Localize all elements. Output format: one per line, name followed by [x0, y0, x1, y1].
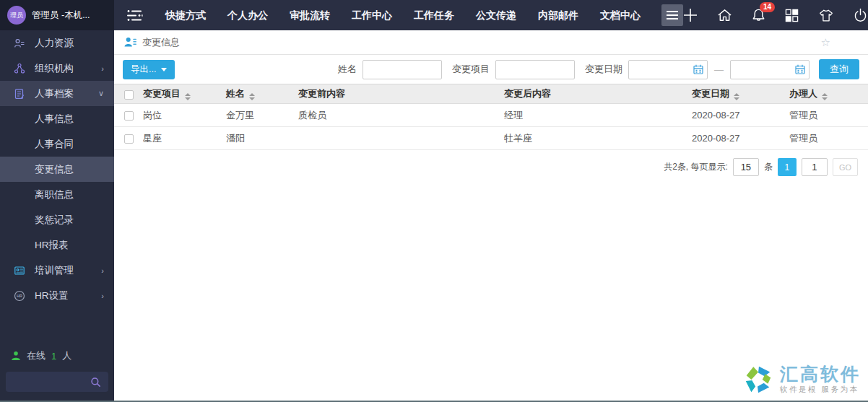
date-filter-label: 变更日期 — [585, 63, 622, 76]
toolbar: 导出... 姓名 变更项目 变更日期 — [114, 55, 868, 84]
sidebar-item-label: HR设置 — [35, 289, 69, 302]
sidebar-item-label: 离职信息 — [35, 188, 74, 201]
online-label: 在线 — [27, 349, 45, 362]
nav-item-doccenter[interactable]: 文档中心 — [589, 0, 651, 30]
date-from-wrapper — [628, 60, 708, 79]
sidebar-item-label: 奖惩记录 — [35, 214, 74, 227]
filter-bar: 姓名 变更项目 变更日期 — — [334, 59, 859, 79]
sidebar-item-resignation-info[interactable]: 离职信息 — [0, 182, 114, 207]
sidebar-search-input[interactable] — [6, 372, 108, 392]
power-icon[interactable] — [854, 8, 867, 22]
page-size-input[interactable] — [733, 158, 759, 176]
sidebar-item-label: 变更信息 — [35, 163, 74, 176]
online-unit: 人 — [62, 349, 71, 362]
sort-icon[interactable] — [822, 93, 828, 100]
online-status: 在线 1 人 — [0, 346, 114, 366]
collapse-menu-icon[interactable] — [127, 9, 143, 22]
pagination-summary: 共2条, 每页显示: — [664, 161, 728, 173]
sidebar-item-hr-settings[interactable]: HR HR设置 › — [0, 283, 114, 308]
calendar-icon[interactable] — [693, 64, 703, 74]
pagination: 共2条, 每页显示: 条 1 GO — [114, 150, 868, 184]
sidebar-item-label: 培训管理 — [35, 264, 74, 277]
page-user-icon — [124, 37, 136, 48]
sidebar-item-hr-reports[interactable]: HR报表 — [0, 232, 114, 258]
sidebar-item-personnel-archives[interactable]: 人事档案 ∨ — [0, 81, 114, 106]
more-menu-icon[interactable] — [661, 4, 683, 26]
cell-handler: 管理员 — [789, 104, 868, 127]
cell-after: 经理 — [504, 104, 692, 127]
column-header-before: 变更前内容 — [298, 84, 504, 104]
change-records-table: 变更项目 姓名 变更前内容 变更后内容 变更日期 办理人 — [114, 84, 868, 150]
sort-icon[interactable] — [734, 93, 739, 100]
chevron-down-icon: ∨ — [98, 89, 104, 98]
row-checkbox[interactable] — [124, 111, 134, 121]
sort-icon[interactable] — [185, 93, 191, 100]
cell-after: 牡羊座 — [504, 127, 692, 150]
query-button[interactable]: 查询 — [819, 59, 859, 79]
go-button[interactable]: GO — [833, 158, 858, 176]
nav-item-tasks[interactable]: 工作任务 — [403, 0, 465, 30]
theme-shirt-icon[interactable] — [818, 9, 834, 22]
table-row[interactable]: 星座 潘阳 牡羊座 2020-08-27 管理员 — [114, 127, 868, 150]
online-user-icon — [11, 351, 21, 361]
avatar[interactable]: 理员 — [7, 6, 26, 25]
column-header-name[interactable]: 姓名 — [226, 84, 298, 104]
sidebar-item-rewards-punishments[interactable]: 奖惩记录 — [0, 207, 114, 232]
notification-badge: 14 — [760, 2, 775, 12]
item-filter-input[interactable] — [495, 60, 575, 79]
cell-name: 潘阳 — [226, 127, 298, 150]
nav-item-workcenter[interactable]: 工作中心 — [341, 0, 403, 30]
nav-item-mail[interactable]: 内部邮件 — [527, 0, 589, 30]
sidebar-item-label: 人事合同 — [35, 138, 74, 151]
search-icon[interactable] — [90, 377, 101, 388]
cell-date: 2020-08-27 — [692, 127, 789, 150]
app-window: 理员 管理员 -本机... 快捷方式 个人办公 审批流转 工作中心 工作任务 公… — [0, 0, 868, 402]
home-icon[interactable] — [717, 8, 732, 22]
sidebar-item-label: 人事档案 — [35, 87, 74, 100]
sidebar-item-personnel-info[interactable]: 人事信息 — [0, 106, 114, 131]
add-icon[interactable] — [683, 8, 698, 22]
select-all-checkbox[interactable] — [124, 90, 134, 100]
sidebar-item-change-info[interactable]: 变更信息 — [0, 157, 114, 182]
topbar-actions: 14 — [683, 8, 868, 22]
name-filter-label: 姓名 — [338, 63, 357, 76]
sidebar-item-personnel-contract[interactable]: 人事合同 — [0, 131, 114, 157]
breadcrumb: 变更信息 ☆ — [114, 30, 868, 55]
sidebar-item-label: 人力资源 — [35, 37, 74, 50]
table-row[interactable]: 岗位 金万里 质检员 经理 2020-08-27 管理员 — [114, 104, 868, 127]
export-button[interactable]: 导出... — [123, 60, 175, 79]
column-header-handler[interactable]: 办理人 — [789, 84, 868, 104]
row-checkbox[interactable] — [124, 134, 134, 144]
sidebar-spacer — [0, 308, 114, 346]
nav-item-approval[interactable]: 审批流转 — [279, 0, 341, 30]
name-filter-input[interactable] — [363, 60, 442, 79]
column-header-after: 变更后内容 — [504, 84, 692, 104]
vendor-logo: 汇高软件 软件是根 服务为本 — [742, 363, 861, 396]
page-button-1[interactable]: 1 — [778, 158, 797, 176]
user-menu[interactable]: 理员 管理员 -本机... — [0, 0, 114, 30]
sidebar-item-organization[interactable]: 组织机构 › — [0, 56, 114, 81]
notifications-icon[interactable]: 14 — [752, 8, 765, 22]
sort-icon[interactable] — [249, 93, 255, 100]
chevron-right-icon: › — [101, 266, 104, 275]
nav-item-personal[interactable]: 个人办公 — [217, 0, 279, 30]
column-header-change-item[interactable]: 变更项目 — [143, 84, 226, 104]
sidebar: 人力资源 组织机构 › 人事档案 ∨ — [0, 30, 114, 402]
main-content: 变更信息 ☆ 导出... 姓名 变更项目 变更日期 — [114, 30, 868, 402]
calendar-icon[interactable] — [795, 64, 805, 74]
page-size-unit: 条 — [764, 161, 773, 173]
svg-text:HR: HR — [17, 294, 22, 298]
pinwheel-logo-icon — [742, 363, 775, 396]
table-header-row: 变更项目 姓名 变更前内容 变更后内容 变更日期 办理人 — [114, 84, 868, 104]
apps-grid-icon[interactable] — [785, 9, 799, 22]
org-chart-icon — [13, 63, 26, 74]
date-range-dash: — — [713, 64, 724, 75]
nav-item-documents[interactable]: 公文传递 — [465, 0, 527, 30]
nav-item-shortcuts[interactable]: 快捷方式 — [155, 0, 217, 30]
favorite-star-icon[interactable]: ☆ — [821, 36, 830, 49]
hr-circle-icon: HR — [13, 290, 26, 302]
column-header-date[interactable]: 变更日期 — [692, 84, 789, 104]
sidebar-item-training-management[interactable]: 培训管理 › — [0, 258, 114, 283]
sidebar-item-human-resources[interactable]: 人力资源 — [0, 30, 114, 56]
goto-page-input[interactable] — [802, 158, 828, 176]
